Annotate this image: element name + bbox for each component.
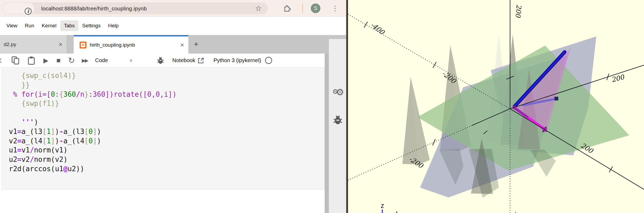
site-info-chip[interactable]: i bbox=[3, 3, 34, 14]
toolbar-divider bbox=[302, 4, 303, 13]
debugger-sidebar-bug-icon[interactable] bbox=[329, 115, 346, 126]
openscad-3d-viewport[interactable]: 200-400-200-200200200-200 z bbox=[348, 0, 644, 213]
right-sidebar-strip: ⚙⚙ bbox=[329, 39, 346, 213]
debugger-bug-icon[interactable] bbox=[157, 57, 164, 65]
code-cell-editor[interactable]: {swp_c(sol4)} }} % for(i=[0:{360/n}:360]… bbox=[2, 68, 325, 190]
code-line: r2d(arccos(u1@u2)) bbox=[9, 164, 177, 174]
window-edge-shadow bbox=[346, 0, 348, 213]
restart-run-all-icon[interactable]: ▶▶ bbox=[82, 58, 88, 63]
code-line: {swp(f1)} bbox=[9, 99, 177, 108]
extensions-icon[interactable] bbox=[283, 0, 291, 17]
browser-toolbar: i localhost:8888/lab/tree/hirth_coupling… bbox=[0, 0, 346, 17]
code-line: u2=v2/norm(v2) bbox=[9, 155, 177, 164]
tab-hirth-coupling-ipynb[interactable]: hirth_coupling.ipynb × bbox=[74, 35, 188, 54]
paste-cells-icon[interactable] bbox=[27, 56, 35, 65]
stop-kernel-icon[interactable]: ■ bbox=[56, 56, 61, 65]
kernel-name[interactable]: Python 3 (ipykernel) bbox=[214, 57, 261, 63]
notebook-scrollbar[interactable] bbox=[325, 54, 329, 213]
jupyterlab-menubar: ViewRunKernelTabsSettingsHelp bbox=[0, 17, 346, 35]
screenshot-root: i localhost:8888/lab/tree/hirth_coupling… bbox=[0, 0, 644, 213]
tab-label: d2.py bbox=[4, 42, 16, 47]
axis-label-z-positive: 200 bbox=[514, 4, 523, 18]
notebook-file-icon bbox=[80, 42, 87, 48]
site-info-icon[interactable]: i bbox=[25, 8, 32, 15]
menu-item-run[interactable]: Run bbox=[21, 20, 38, 31]
copy-cells-icon[interactable] bbox=[11, 56, 20, 65]
code-line bbox=[9, 108, 177, 118]
notebook-toolbar: ▶ ■ ↻ ▶▶ Code ∨ Notebook Pyt bbox=[0, 54, 325, 68]
cell-type-dropdown[interactable]: Code bbox=[95, 57, 108, 63]
menu-item-help[interactable]: Help bbox=[104, 20, 122, 31]
chevron-down-icon[interactable]: ∨ bbox=[129, 58, 133, 63]
tab-d2py[interactable]: d2.py × bbox=[0, 35, 67, 54]
menu-item-view[interactable]: View bbox=[3, 20, 21, 31]
bookmark-star-icon[interactable]: ☆ bbox=[255, 0, 262, 17]
code-line: {swp_c(sol4)} bbox=[9, 71, 177, 80]
run-cell-icon[interactable]: ▶ bbox=[43, 57, 48, 64]
jupyterlab-tabbar: d2.py × hirth_coupling.ipynb × + bbox=[0, 35, 346, 54]
url-text[interactable]: localhost:8888/lab/tree/hirth_coupling.i… bbox=[41, 2, 147, 14]
browser-menu-icon[interactable]: ⋮ bbox=[332, 0, 339, 17]
tab-label: hirth_coupling.ipynb bbox=[90, 42, 135, 48]
address-bar[interactable]: i localhost:8888/lab/tree/hirth_coupling… bbox=[2, 2, 268, 14]
axis-label-z-negative: -200 bbox=[511, 211, 520, 213]
external-link-icon[interactable] bbox=[197, 57, 204, 64]
code-line: }} bbox=[9, 80, 177, 90]
property-inspector-gears-icon[interactable]: ⚙⚙ bbox=[329, 85, 346, 96]
browser-window: i localhost:8888/lab/tree/hirth_coupling… bbox=[0, 0, 346, 213]
code-line: % for(i=[0:{360/n}:360])rotate([0,0,i]) bbox=[9, 90, 177, 99]
new-tab-button[interactable]: + bbox=[191, 39, 201, 50]
menu-item-settings[interactable]: Settings bbox=[78, 20, 104, 31]
code-text[interactable]: {swp_c(sol4)} }} % for(i=[0:{360/n}:360]… bbox=[9, 71, 177, 174]
notebook-kernel-dropdown[interactable]: Notebook bbox=[172, 57, 195, 63]
profile-avatar[interactable]: S bbox=[311, 3, 320, 13]
close-tab-icon[interactable]: × bbox=[59, 41, 62, 48]
x-indicator-dot bbox=[396, 212, 397, 213]
kernel-status-icon[interactable] bbox=[265, 57, 272, 64]
code-line: v1=a_(l3[1])-a_(l3[0]) bbox=[9, 127, 177, 136]
menu-item-tabs[interactable]: Tabs bbox=[60, 20, 78, 31]
code-line: ''') bbox=[9, 118, 177, 127]
close-tab-icon[interactable]: × bbox=[180, 41, 184, 49]
code-line: v2=a_(l4[1])-a_(l4[0]) bbox=[9, 136, 177, 146]
code-line: u1=v1/norm(v1) bbox=[9, 145, 177, 155]
restart-kernel-icon[interactable]: ↻ bbox=[68, 56, 75, 65]
cut-cells-icon[interactable] bbox=[0, 57, 2, 65]
notebook-content: {swp_c(sol4)} }} % for(i=[0:{360/n}:360]… bbox=[0, 68, 325, 213]
menu-item-kernel[interactable]: Kernel bbox=[38, 20, 60, 31]
z-indicator-label: z bbox=[380, 202, 384, 210]
